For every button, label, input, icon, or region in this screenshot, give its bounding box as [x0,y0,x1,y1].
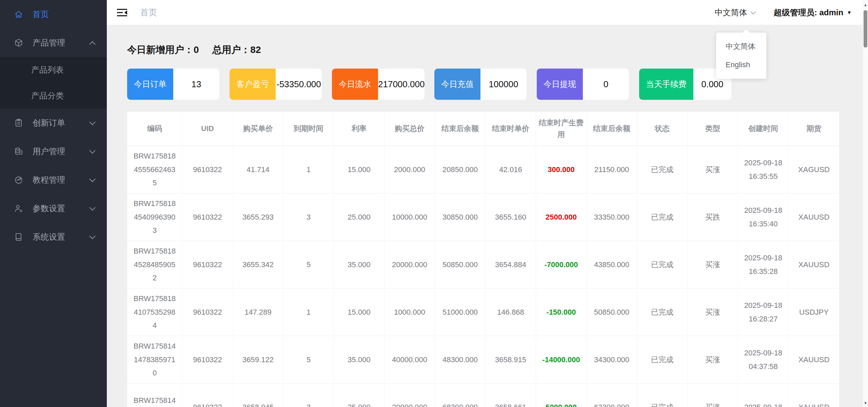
cell-uid: 9610322 [182,336,233,384]
cell-buy-price: 147.289 [233,289,283,336]
cell-code: BRW17581845409963903 [127,193,182,241]
sidebar-item-orders[interactable]: 创新订单 [0,109,107,137]
column-header-uid: UID [182,112,233,146]
cell-created-at: 2025-09-18 04:37:58 [738,336,789,384]
coins-icon [14,146,24,156]
cell-buy-price: 41.714 [233,146,283,193]
language-option-zh[interactable]: 中文简体 [716,37,766,56]
sidebar: 首页 产品管理 产品列表 产品分类 创新订单 用户管理 [0,0,107,407]
cell-status: 已完成 [637,384,688,407]
sidebar-item-label: 首页 [33,9,95,20]
stat-card-label: 今日提现 [537,69,583,100]
sidebar-item-label: 创新订单 [33,117,90,128]
column-header-created-at: 创建时间 [738,112,789,146]
column-header-end-balance: 结束后余额 [435,112,486,146]
topbar: 首页 中文简体 超级管理员: admin ▼ [107,0,868,25]
cell-end-fee: 2500.000 [536,193,587,241]
language-option-en[interactable]: English [716,56,766,74]
column-header-code: 编码 [127,112,182,146]
cell-end-unit-price: 3654.884 [486,241,536,289]
cell-buy-total: 20000.000 [384,241,435,289]
cell-created-at: 2025-09-18 16:35:55 [738,146,789,193]
cell-futures: XAUUSD [789,241,839,289]
main-content: 今日新增用户：0 总用户：82 今日订单 13 客户盈亏 -53350.000 … [107,25,868,407]
table-header: 编码 UID 购买单价 到期时间 利率 购买总价 结束后余额 结束时单价 结束时… [127,112,839,146]
cell-expire-time: 1 [283,146,334,193]
cell-status: 已完成 [637,193,688,241]
column-header-buy-total: 购买总价 [384,112,435,146]
table-row: BRW175818410753529849610322147.289115.00… [127,289,839,336]
cell-created-at: 2025-09-18 [738,384,789,407]
table-row: BRW17581845556624635961032241.714115.000… [127,146,839,193]
cell-end-fee: -150.000 [536,289,587,336]
stat-card-today-deposit: 今日充值 100000 [434,69,527,100]
cell-code: BRW1758141463447142 [127,384,182,407]
sidebar-item-label: 系统设置 [33,232,90,242]
cell-buy-total: 40000.000 [384,336,435,384]
cell-code: BRW17581845284859052 [127,241,182,289]
chevron-up-icon [89,41,95,47]
cell-futures: XAUUSD [789,193,839,241]
sidebar-item-users[interactable]: 用户管理 [0,137,107,166]
cell-end-balance2: 63300.000 [587,384,637,407]
cell-type: 买涨 [688,241,738,289]
sidebar-collapse-button[interactable] [117,8,128,17]
cell-created-at: 2025-09-18 16:28:27 [738,289,789,336]
column-header-type: 类型 [688,112,738,146]
caret-down-icon: ▼ [847,10,852,15]
cell-rate: 25.000 [334,384,384,407]
sidebar-item-system[interactable]: 系统设置 [0,223,107,251]
stat-card-value: -53350.000 [276,69,322,100]
stat-card-label: 客户盈亏 [230,69,276,100]
table-body: BRW17581845556624635961032241.714115.000… [127,146,839,407]
sidebar-item-tutorials[interactable]: 教程管理 [0,166,107,194]
breadcrumb[interactable]: 首页 [140,7,157,18]
cell-status: 已完成 [637,336,688,384]
cell-end-balance2: 33350.000 [587,193,637,241]
stat-card-value: 13 [173,69,219,100]
cell-code: BRW17581414783859710 [127,336,182,384]
cell-type: 买涨 [688,146,738,193]
sidebar-item-products[interactable]: 产品管理 [0,29,107,57]
cell-buy-total: 20000.000 [384,384,435,407]
column-header-status: 状态 [637,112,688,146]
cell-expire-time: 5 [283,336,334,384]
stat-card-today-flow: 今日流水 217000.000 [332,69,424,100]
cell-uid: 9610322 [182,193,233,241]
total-users-value: 82 [250,44,261,55]
sidebar-item-parameters[interactable]: 参数设置 [0,194,107,223]
trend-circle-icon [14,175,24,185]
language-selector[interactable]: 中文简体 [715,7,755,18]
cell-end-balance: 30850.000 [435,193,486,241]
scrollbar-thumb[interactable] [864,10,867,48]
cell-created-at: 2025-09-18 16:35:40 [738,193,789,241]
chevron-down-icon [89,233,95,239]
stat-card-label: 当天手续费 [639,69,693,100]
cell-uid: 9610322 [182,146,233,193]
chevron-down-icon [89,204,95,210]
column-header-end-balance2: 结束后余额 [587,112,637,146]
cell-created-at: 2025-09-18 16:35:28 [738,241,789,289]
scroll-up-icon[interactable]: ▲ [863,3,868,7]
admin-menu[interactable]: 超级管理员: admin ▼ [774,7,852,18]
cell-expire-time: 5 [283,241,334,289]
sidebar-item-home[interactable]: 首页 [0,0,107,29]
cell-futures: XAGUSD [789,146,839,193]
cell-buy-total: 2000.000 [384,146,435,193]
cell-expire-time: 3 [283,193,334,241]
cell-status: 已完成 [637,289,688,336]
cell-buy-price: 3658.945 [233,384,283,407]
cell-end-fee: 5000.000 [536,384,587,407]
table-row: BRW1758184528485905296103223655.342535.0… [127,241,839,289]
sidebar-item-product-category[interactable]: 产品分类 [0,83,107,109]
cell-rate: 25.000 [334,193,384,241]
vertical-scrollbar[interactable]: ▲ ▼ [863,0,868,407]
sidebar-item-label: 产品管理 [33,37,90,48]
column-header-end-fee: 结束时产生费用 [536,112,587,146]
cell-code: BRW17581845556624635 [127,146,182,193]
scroll-down-icon[interactable]: ▼ [863,401,868,405]
sidebar-item-product-list[interactable]: 产品列表 [0,57,107,83]
cell-end-balance2: 43850.000 [587,241,637,289]
cell-buy-price: 3659.122 [233,336,283,384]
cell-end-unit-price: 3658.661 [486,384,536,407]
